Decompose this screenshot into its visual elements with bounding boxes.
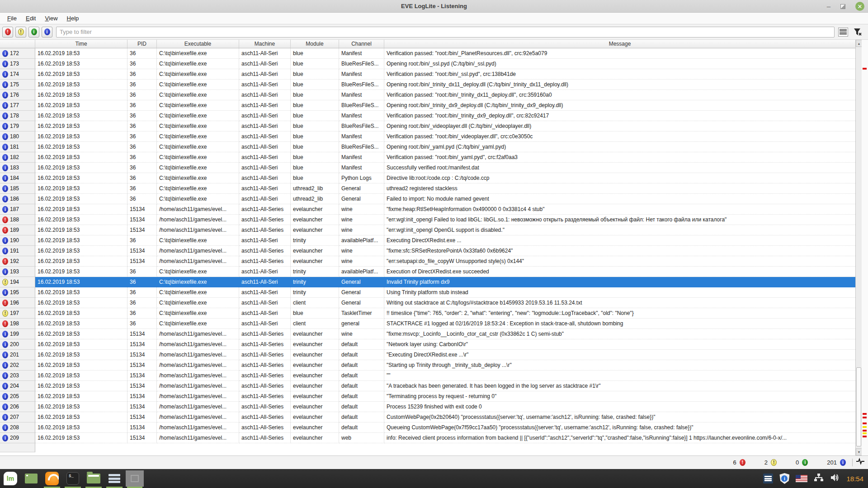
files-launcher[interactable] (83, 469, 104, 488)
table-row[interactable]: i18616.02.2019 18:5336C:\tq\bin\exefile.… (0, 194, 855, 204)
cell-time: 16.02.2019 18:53 (35, 90, 127, 100)
terminal-launcher[interactable]: $_ (62, 469, 83, 488)
taskbar-clock[interactable]: 18:54 (846, 475, 863, 483)
cell-pid: 15134 (127, 329, 157, 339)
cell-time: 16.02.2019 18:53 (35, 80, 127, 90)
maximize-button[interactable] (840, 4, 845, 9)
scroll-down-icon[interactable]: ▼ (856, 448, 862, 455)
table-row[interactable]: i20716.02.2019 18:5315134/home/asch11/ga… (0, 412, 855, 422)
table-row[interactable]: !19816.02.2019 18:5336C:\tq\bin\exefile.… (0, 319, 855, 329)
scroll-up-icon[interactable]: ▲ (856, 40, 862, 47)
menu-item-edit[interactable]: Edit (21, 13, 40, 24)
volume-icon[interactable] (830, 473, 840, 484)
table-row[interactable]: i17616.02.2019 18:5336C:\tq\bin\exefile.… (0, 90, 855, 100)
table-row[interactable]: i18016.02.2019 18:5336C:\tq\bin\exefile.… (0, 131, 855, 142)
tray-app-icon[interactable] (763, 474, 773, 483)
cell-pid: 15134 (127, 225, 157, 235)
keyboard-layout-flag-icon[interactable] (796, 475, 807, 482)
cell-exe: C:\tq\bin\exefile.exe (157, 48, 239, 59)
menu-item-view[interactable]: View (40, 13, 62, 24)
text-editor-launcher[interactable] (104, 469, 125, 488)
table-row[interactable]: i17316.02.2019 18:5336C:\tq\bin\exefile.… (0, 59, 855, 69)
table-row[interactable]: i18116.02.2019 18:5336C:\tq\bin\exefile.… (0, 142, 855, 152)
column-header-machine[interactable]: Machine (239, 40, 291, 48)
cell-time: 16.02.2019 18:53 (35, 142, 127, 152)
close-button[interactable]: ✕ (855, 2, 864, 11)
filter-notices-button[interactable]: i (28, 27, 39, 38)
info-icon: i (2, 102, 8, 109)
table-row[interactable]: !19216.02.2019 18:5315134/home/asch11/ga… (0, 256, 855, 267)
table-row[interactable]: i17916.02.2019 18:5336C:\tq\bin\exefile.… (0, 121, 855, 131)
cell-module: evelauncher (291, 381, 339, 391)
table-row[interactable]: i19316.02.2019 18:5336C:\tq\bin\exefile.… (0, 267, 855, 277)
menu-item-file[interactable]: File (3, 13, 21, 24)
table-row[interactable]: !19716.02.2019 18:5336C:\tq\bin\exefile.… (0, 308, 855, 319)
cell-module: evelauncher (291, 256, 339, 267)
cell-time: 16.02.2019 18:53 (35, 402, 127, 412)
table-row[interactable]: i20116.02.2019 18:5315134/home/asch11/ga… (0, 350, 855, 360)
table-row[interactable]: i17416.02.2019 18:5336C:\tq\bin\exefile.… (0, 69, 855, 80)
update-manager-icon[interactable]: i (779, 473, 789, 484)
table-row[interactable]: i19916.02.2019 18:5315134/home/asch11/ga… (0, 329, 855, 339)
table-row[interactable]: i20316.02.2019 18:5315134/home/asch11/ga… (0, 371, 855, 381)
table-row[interactable]: !19616.02.2019 18:5336C:\tq\bin\exefile.… (0, 298, 855, 308)
table-row[interactable]: i19516.02.2019 18:5336C:\tq\bin\exefile.… (0, 287, 855, 298)
minimize-button[interactable]: – (827, 4, 830, 9)
row-id: 194 (10, 279, 19, 285)
cell-exe: /home/asch11/games/evel... (157, 433, 239, 443)
cell-time: 16.02.2019 18:53 (35, 433, 127, 443)
cell-time: 16.02.2019 18:53 (35, 69, 127, 80)
column-header-channel[interactable]: Channel (339, 40, 384, 48)
column-header-time[interactable]: Time (35, 40, 127, 48)
view-columns-icon[interactable] (838, 28, 848, 37)
table-row[interactable]: i17816.02.2019 18:5336C:\tq\bin\exefile.… (0, 111, 855, 121)
table-row[interactable]: i20916.02.2019 18:5315134/home/asch11/ga… (0, 433, 855, 443)
column-header-pid[interactable]: PID (127, 40, 157, 48)
table-row[interactable]: i18416.02.2019 18:5336C:\tq\bin\exefile.… (0, 173, 855, 183)
menubar: FileEditViewHelp (0, 13, 868, 24)
table-row[interactable]: i20816.02.2019 18:5315134/home/asch11/ga… (0, 422, 855, 433)
filter-input[interactable] (56, 27, 835, 38)
cell-time: 16.02.2019 18:53 (35, 412, 127, 422)
table-row[interactable]: i18516.02.2019 18:5336C:\tq\bin\exefile.… (0, 183, 855, 194)
vertical-scrollbar[interactable]: ▲ ▼ (855, 40, 862, 455)
cell-pid: 36 (127, 287, 157, 298)
table-body: i17216.02.2019 18:5336C:\tq\bin\exefile.… (0, 48, 855, 452)
table-row[interactable]: i20416.02.2019 18:5315134/home/asch11/ga… (0, 381, 855, 391)
scrollbar-thumb[interactable] (856, 367, 861, 446)
network-icon[interactable] (814, 473, 824, 484)
table-row[interactable]: i19116.02.2019 18:5315134/home/asch11/ga… (0, 246, 855, 256)
show-desktop-button[interactable] (21, 469, 42, 488)
filter-info-button[interactable]: i (42, 27, 52, 38)
menu-item-help[interactable]: Help (62, 13, 84, 24)
table-row[interactable]: i17216.02.2019 18:5336C:\tq\bin\exefile.… (0, 48, 855, 59)
table-row[interactable]: i18216.02.2019 18:5336C:\tq\bin\exefile.… (0, 152, 855, 163)
cell-exe: /home/asch11/games/evel... (157, 204, 239, 215)
filter-warnings-button[interactable]: ! (15, 27, 26, 38)
table-row[interactable]: i18716.02.2019 18:5315134/home/asch11/ga… (0, 204, 855, 215)
table-row[interactable]: i19016.02.2019 18:5336C:\tq\bin\exefile.… (0, 235, 855, 246)
table-row[interactable]: i17716.02.2019 18:5336C:\tq\bin\exefile.… (0, 100, 855, 111)
mint-menu-button[interactable]: lm (0, 469, 21, 488)
column-header-exe[interactable]: Executable (157, 40, 239, 48)
table-row[interactable]: !18816.02.2019 18:5315134/home/asch11/ga… (0, 215, 855, 225)
active-window-button[interactable] (125, 469, 145, 488)
column-header-module[interactable]: Module (291, 40, 339, 48)
firefox-launcher[interactable] (42, 469, 62, 488)
table-row[interactable]: i17516.02.2019 18:5336C:\tq\bin\exefile.… (0, 80, 855, 90)
cell-machine: asch11-All-Seri (239, 194, 291, 204)
cell-module: evelauncher (291, 246, 339, 256)
column-header-msg[interactable]: Message (384, 40, 855, 48)
table-row[interactable]: i20016.02.2019 18:5315134/home/asch11/ga… (0, 339, 855, 350)
table-row[interactable]: i18316.02.2019 18:5336C:\tq\bin\exefile.… (0, 163, 855, 173)
cell-module: evelauncher (291, 422, 339, 433)
warning-position-marker (863, 426, 867, 428)
column-header-id[interactable] (0, 40, 35, 48)
table-row[interactable]: !18916.02.2019 18:5315134/home/asch11/ga… (0, 225, 855, 235)
table-row[interactable]: i20516.02.2019 18:5315134/home/asch11/ga… (0, 391, 855, 402)
clear-filter-icon[interactable] (853, 27, 863, 37)
table-row[interactable]: i20216.02.2019 18:5315134/home/asch11/ga… (0, 360, 855, 371)
filter-errors-button[interactable]: ! (2, 27, 13, 38)
table-row[interactable]: !19416.02.2019 18:5336C:\tq\bin\exefile.… (0, 277, 855, 287)
table-row[interactable]: i20616.02.2019 18:5315134/home/asch11/ga… (0, 402, 855, 412)
